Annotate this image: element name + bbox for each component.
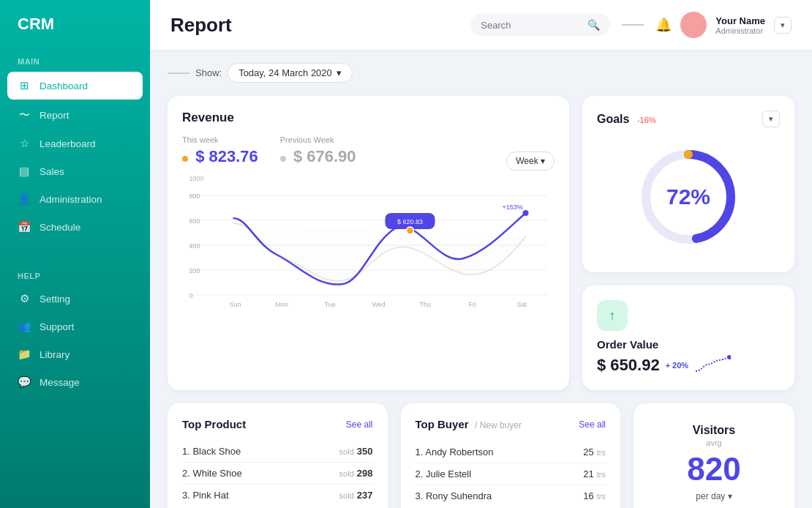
date-bar: Show: Today, 24 March 2020 ▾ xyxy=(168,63,794,83)
message-icon: 💬 xyxy=(18,376,31,389)
header-line xyxy=(622,24,644,26)
sidebar-item-report[interactable]: 〜 Report xyxy=(0,101,150,130)
top-product-card: Top Product See all 1. Black Shoe sold35… xyxy=(168,403,388,508)
sidebar-item-message[interactable]: 💬 Message xyxy=(0,368,150,396)
svg-text:1000: 1000 xyxy=(189,175,204,182)
buyer-title: Top Buyer xyxy=(416,418,469,430)
user-info: Your Name Administrator xyxy=(715,15,765,35)
product-sold: 237 xyxy=(357,490,373,501)
order-label: Order Value xyxy=(597,338,780,351)
report-icon: 〜 xyxy=(18,108,31,122)
search-input[interactable] xyxy=(481,20,583,31)
buyer-header: Top Buyer / New buyer See all xyxy=(416,418,606,431)
see-all-buyers[interactable]: See all xyxy=(579,419,606,430)
visitors-title: Visitors xyxy=(693,424,735,437)
header-actions: 🔔 Your Name Administrator ▾ xyxy=(622,12,792,38)
administration-icon: 👤 xyxy=(18,193,31,206)
avatar xyxy=(680,12,707,38)
goals-badge: -16% xyxy=(637,116,656,124)
order-value: $ 650.92 xyxy=(597,356,660,375)
prev-week-label: Previous Week xyxy=(280,135,356,144)
visitors-avg: avrg xyxy=(706,438,721,447)
sales-icon: ▤ xyxy=(18,165,31,178)
order-change: + 20% xyxy=(666,361,689,370)
svg-text:Fri: Fri xyxy=(469,301,477,308)
main-content: Report 🔍 🔔 Your Name Administrator ▾ Sho… xyxy=(150,0,812,508)
see-all-products[interactable]: See all xyxy=(346,419,373,430)
product-rank: 3. Pink Hat xyxy=(182,490,229,501)
date-value: Today, 24 March 2020 xyxy=(238,67,332,78)
svg-text:+153%: +153% xyxy=(503,203,523,211)
user-role: Administrator xyxy=(715,26,765,35)
goals-dropdown-button[interactable]: ▾ xyxy=(762,111,780,127)
dashboard-icon: ⊞ xyxy=(18,79,31,92)
week-dropdown[interactable]: Week ▾ xyxy=(506,152,555,171)
search-icon: 🔍 xyxy=(587,19,600,31)
sidebar-item-sales[interactable]: ▤ Sales xyxy=(0,157,150,185)
svg-text:400: 400 xyxy=(189,242,200,250)
sidebar-item-label: Support xyxy=(40,321,74,332)
revenue-card: Revenue This week $ 823.76 Previous Wee xyxy=(168,96,569,390)
page-body: Show: Today, 24 March 2020 ▾ Revenue Thi… xyxy=(150,50,812,508)
library-icon: 📁 xyxy=(18,348,31,361)
chevron-down-icon: ▾ xyxy=(728,491,732,501)
prev-week-value: $ 676.90 xyxy=(293,147,356,165)
right-column: Goals -16% ▾ xyxy=(582,96,794,390)
svg-point-26 xyxy=(727,355,731,359)
sidebar-section-help: Help xyxy=(0,266,150,285)
this-week-label: This week xyxy=(182,135,258,144)
show-label: Show: xyxy=(195,67,222,78)
visitors-period[interactable]: per day ▾ xyxy=(696,491,732,501)
sidebar-item-label: Leaderboard xyxy=(40,138,96,149)
buyer-subtitle: / New buyer xyxy=(475,420,522,430)
page-title: Report xyxy=(170,14,470,37)
setting-icon: ⚙ xyxy=(18,292,31,305)
user-name: Your Name xyxy=(715,15,765,26)
sidebar-item-setting[interactable]: ⚙ Setting xyxy=(0,285,150,313)
goals-card: Goals -16% ▾ xyxy=(582,96,794,272)
date-dropdown[interactable]: Today, 24 March 2020 ▾ xyxy=(228,63,353,83)
goals-title: Goals xyxy=(597,113,629,125)
svg-text:Sun: Sun xyxy=(230,301,241,308)
svg-text:Sat: Sat xyxy=(517,301,527,308)
svg-point-20 xyxy=(407,227,414,234)
notification-button[interactable]: 🔔 xyxy=(655,17,672,33)
order-icon: ↑ xyxy=(597,300,628,331)
product-rank: 1. Black Shoe xyxy=(182,446,241,457)
sidebar-item-leaderboard[interactable]: ☆ Leaderboard xyxy=(0,130,150,157)
search-bar[interactable]: 🔍 xyxy=(470,14,610,36)
week-label: Week xyxy=(516,156,538,166)
sidebar-item-dashboard[interactable]: ⊞ Dashboard xyxy=(7,72,143,100)
this-week-value: $ 823.76 xyxy=(195,147,258,165)
product-rank: 2. White Shoe xyxy=(182,468,242,479)
table-row: 3. Pink Hat sold237 xyxy=(182,485,373,506)
svg-text:800: 800 xyxy=(189,193,200,200)
buyer-name: 2. Julie Estell xyxy=(416,468,472,479)
buyer-name: 1. Andy Robertson xyxy=(416,447,494,457)
sidebar: CRM Main ⊞ Dashboard 〜 Report ☆ Leaderbo… xyxy=(0,0,150,508)
svg-text:Mon: Mon xyxy=(276,301,289,308)
sidebar-item-schedule[interactable]: 📅 Schedule xyxy=(0,213,150,241)
sidebar-item-support[interactable]: 👥 Support xyxy=(0,313,150,340)
chevron-down-icon: ▾ xyxy=(337,67,342,78)
sidebar-item-library[interactable]: 📁 Library xyxy=(0,340,150,368)
svg-text:Thu: Thu xyxy=(420,301,432,308)
sidebar-item-label: Report xyxy=(40,110,69,121)
svg-text:200: 200 xyxy=(189,267,200,274)
sidebar-item-label: Sales xyxy=(40,166,64,177)
sidebar-logo: CRM xyxy=(0,15,150,51)
sidebar-item-administration[interactable]: 👤 Administration xyxy=(0,185,150,213)
support-icon: 👥 xyxy=(18,320,31,333)
svg-text:Tue: Tue xyxy=(325,301,336,308)
table-row: 3. Rony Suhendra 16trs xyxy=(416,485,606,507)
goals-percent: 72% xyxy=(666,184,710,209)
date-line xyxy=(168,72,189,74)
chart-area: 0 200 400 600 800 1000 Sun Mon Tue Wed T… xyxy=(182,171,555,310)
sidebar-item-label: Dashboard xyxy=(40,81,88,91)
user-dropdown-button[interactable]: ▾ xyxy=(774,17,792,34)
order-trend-chart xyxy=(694,355,731,376)
visitors-card: Visitors avrg 820 per day ▾ xyxy=(634,403,794,508)
product-title: Top Product xyxy=(182,418,246,430)
buyer-trs: 21 xyxy=(583,468,593,479)
header: Report 🔍 🔔 Your Name Administrator ▾ xyxy=(150,0,812,50)
